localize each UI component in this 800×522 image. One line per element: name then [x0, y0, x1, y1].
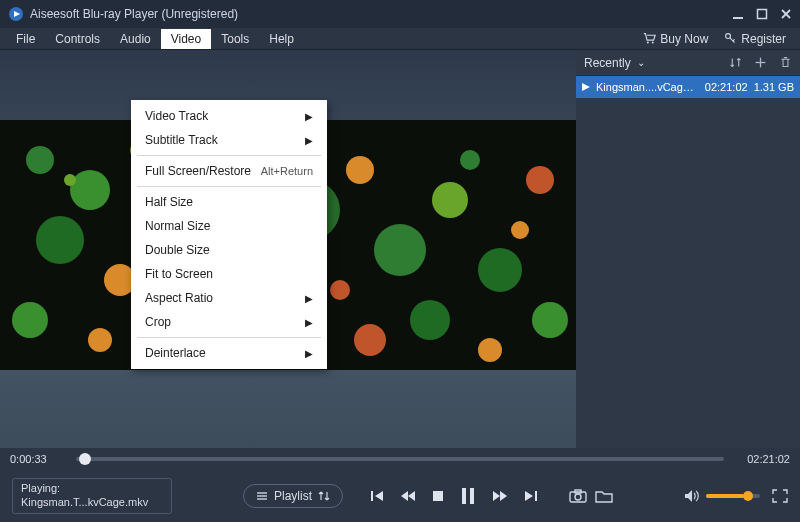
transport-controls: [369, 486, 539, 506]
svg-point-31: [354, 324, 386, 356]
volume-slider[interactable]: [706, 494, 760, 498]
volume-icon[interactable]: [684, 489, 700, 503]
seek-bar[interactable]: [76, 457, 724, 461]
dd-video-track[interactable]: Video Track▶: [131, 104, 327, 128]
menu-video[interactable]: Video: [161, 29, 211, 49]
menu-file[interactable]: File: [6, 29, 45, 49]
svg-point-13: [70, 170, 110, 210]
svg-point-15: [36, 216, 84, 264]
menu-audio[interactable]: Audio: [110, 29, 161, 49]
stop-button[interactable]: [431, 489, 445, 503]
dd-separator: [137, 155, 321, 156]
key-icon: [724, 32, 737, 45]
add-button[interactable]: [754, 56, 767, 69]
svg-rect-48: [371, 491, 373, 501]
sort-button[interactable]: [729, 56, 742, 69]
next-button[interactable]: [523, 488, 539, 504]
video-dropdown-menu: Video Track▶ Subtitle Track▶ Full Screen…: [131, 100, 327, 369]
pause-button[interactable]: [459, 486, 477, 506]
status-box: Playing: Kingsman.T...kvCage.mkv: [12, 478, 172, 514]
window-controls: [732, 8, 792, 20]
collapse-icon: [318, 490, 330, 502]
register-button[interactable]: Register: [716, 32, 794, 46]
svg-marker-51: [408, 491, 415, 501]
svg-point-21: [346, 156, 374, 184]
maximize-button[interactable]: [756, 8, 768, 20]
dd-double-size[interactable]: Double Size: [131, 238, 327, 262]
playlist-toggle-button[interactable]: Playlist: [243, 484, 343, 508]
dd-normal-size[interactable]: Normal Size: [131, 214, 327, 238]
playlist-header: Recently ⌄: [576, 50, 800, 76]
seek-knob[interactable]: [79, 453, 91, 465]
svg-marker-44: [582, 83, 590, 91]
svg-rect-2: [733, 17, 743, 19]
dd-separator: [137, 337, 321, 338]
svg-marker-56: [500, 491, 507, 501]
svg-marker-55: [493, 491, 500, 501]
dd-separator: [137, 186, 321, 187]
playing-indicator-icon: [582, 83, 592, 91]
dd-aspect-ratio[interactable]: Aspect Ratio▶: [131, 286, 327, 310]
svg-rect-58: [535, 491, 537, 501]
svg-point-41: [511, 221, 529, 239]
menu-controls[interactable]: Controls: [45, 29, 110, 49]
dd-deinterlace[interactable]: Deinterlace▶: [131, 341, 327, 365]
cart-icon: [643, 32, 656, 45]
close-button[interactable]: [780, 8, 792, 20]
delete-button[interactable]: [779, 56, 792, 69]
controls-bar: Playing: Kingsman.T...kvCage.mkv Playlis…: [0, 470, 800, 522]
app-icon: [8, 6, 24, 22]
volume-control: [684, 489, 760, 503]
svg-point-22: [374, 224, 426, 276]
open-folder-button[interactable]: [595, 488, 613, 504]
svg-rect-3: [758, 10, 767, 19]
svg-point-60: [575, 494, 581, 500]
svg-rect-54: [470, 488, 474, 504]
list-icon: [256, 490, 268, 502]
menu-help[interactable]: Help: [259, 29, 304, 49]
svg-point-7: [652, 42, 654, 44]
playlist-item-size: 1.31 GB: [754, 81, 794, 93]
dd-subtitle-track[interactable]: Subtitle Track▶: [131, 128, 327, 152]
svg-marker-50: [401, 491, 408, 501]
submenu-arrow-icon: ▶: [305, 317, 313, 328]
volume-knob[interactable]: [743, 491, 753, 501]
buy-now-button[interactable]: Buy Now: [635, 32, 716, 46]
fullscreen-button[interactable]: [772, 489, 788, 503]
playlist-item[interactable]: Kingsman....vCage.mkv 02:21:02 1.31 GB: [576, 76, 800, 98]
svg-point-6: [647, 42, 649, 44]
dd-fit-to-screen[interactable]: Fit to Screen: [131, 262, 327, 286]
svg-point-33: [478, 338, 502, 362]
playlist-body: Kingsman....vCage.mkv 02:21:02 1.31 GB: [576, 76, 800, 448]
titlebar: Aiseesoft Blu-ray Player (Unregistered): [0, 0, 800, 28]
dd-half-size[interactable]: Half Size: [131, 190, 327, 214]
playlist-item-name: Kingsman....vCage.mkv: [596, 81, 699, 93]
timeline: 0:00:33 02:21:02: [0, 448, 800, 470]
svg-point-25: [526, 166, 554, 194]
dd-fullscreen[interactable]: Full Screen/RestoreAlt+Return: [131, 159, 327, 183]
submenu-arrow-icon: ▶: [305, 348, 313, 359]
menubar: File Controls Audio Video Tools Help Buy…: [0, 28, 800, 50]
minimize-button[interactable]: [732, 8, 744, 20]
forward-button[interactable]: [491, 488, 509, 504]
previous-button[interactable]: [369, 488, 385, 504]
svg-line-10: [733, 39, 735, 41]
submenu-arrow-icon: ▶: [305, 111, 313, 122]
svg-marker-49: [375, 491, 383, 501]
rewind-button[interactable]: [399, 488, 417, 504]
video-area[interactable]: Video Track▶ Subtitle Track▶ Full Screen…: [0, 50, 576, 448]
submenu-arrow-icon: ▶: [305, 293, 313, 304]
window-title: Aiseesoft Blu-ray Player (Unregistered): [30, 7, 732, 21]
svg-point-27: [88, 328, 112, 352]
time-total: 02:21:02: [734, 453, 790, 465]
svg-point-34: [532, 302, 568, 338]
svg-point-12: [26, 146, 54, 174]
snapshot-button[interactable]: [569, 488, 587, 504]
menu-tools[interactable]: Tools: [211, 29, 259, 49]
playlist-category[interactable]: Recently ⌄: [584, 56, 729, 70]
svg-marker-62: [685, 490, 692, 502]
svg-point-24: [478, 248, 522, 292]
svg-point-23: [432, 182, 468, 218]
dd-crop[interactable]: Crop▶: [131, 310, 327, 334]
svg-marker-57: [525, 491, 533, 501]
